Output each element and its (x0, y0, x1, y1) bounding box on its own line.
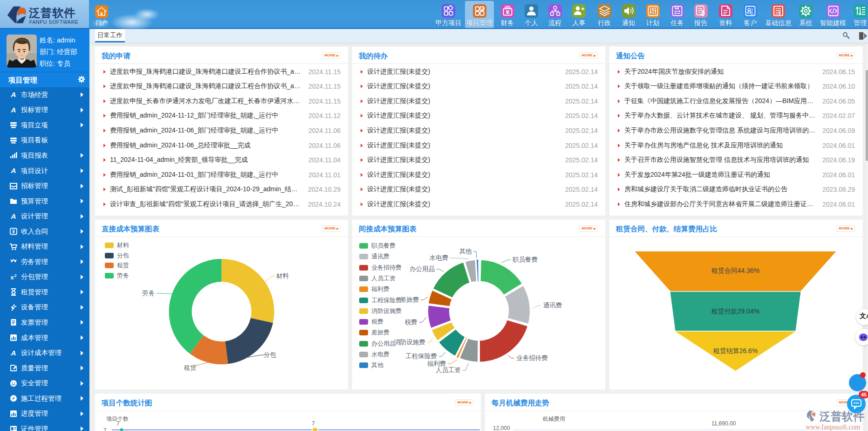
svg-text:其他: 其他 (459, 248, 472, 255)
svg-text:2: 2 (14, 273, 17, 278)
svg-text:劳务: 劳务 (142, 290, 155, 297)
svg-text:办公用品: 办公用品 (410, 265, 435, 272)
svg-text:A: A (11, 167, 16, 174)
svg-text:职员餐费: 职员餐费 (513, 256, 538, 263)
svg-text:业务招待费: 业务招待费 (516, 355, 548, 361)
svg-text:A: A (11, 90, 16, 98)
svg-text:¥: ¥ (778, 10, 781, 16)
svg-text:租赁付款29.04%: 租赁付款29.04% (711, 307, 759, 315)
svg-text:材料: 材料 (276, 272, 289, 279)
svg-text:工程保险费: 工程保险费 (405, 353, 437, 360)
svg-text:分包: 分包 (264, 351, 276, 358)
svg-text:通讯费: 通讯费 (543, 302, 562, 309)
svg-text:¥: ¥ (12, 229, 15, 234)
svg-text:消防设施费: 消防设施费 (394, 339, 425, 346)
svg-text:人员工资: 人员工资 (436, 367, 461, 374)
svg-text:福利费: 福利费 (427, 360, 446, 367)
svg-text:租赁合同44.36%: 租赁合同44.36% (711, 267, 759, 274)
svg-text:差旅费: 差旅费 (400, 296, 419, 303)
svg-text:x: x (10, 274, 14, 281)
svg-text:A: A (11, 349, 16, 357)
svg-text:A: A (11, 212, 16, 220)
svg-text:租赁: 租赁 (184, 364, 197, 371)
svg-text:A: A (11, 106, 16, 114)
svg-text:税费: 税费 (405, 319, 417, 326)
svg-text:租赁结算26.6%: 租赁结算26.6% (713, 347, 758, 355)
svg-text:水电费: 水电费 (429, 254, 449, 261)
